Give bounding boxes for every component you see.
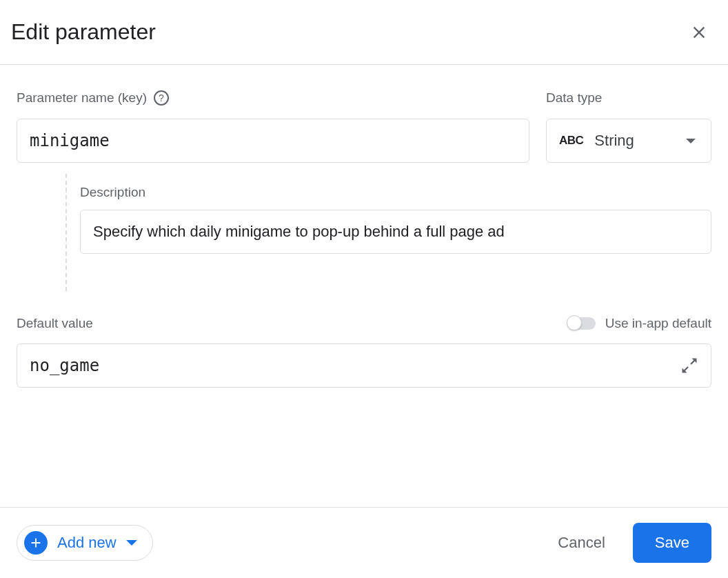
dialog-title: Edit parameter [11, 19, 156, 45]
parameter-name-group: Parameter name (key) ? [17, 90, 529, 163]
name-type-row: Parameter name (key) ? Data type ABC Str… [17, 90, 711, 163]
data-type-label-row: Data type [546, 90, 711, 106]
default-value-input[interactable] [17, 343, 711, 388]
data-type-value: String [594, 132, 675, 150]
footer-actions: Cancel Save [549, 523, 711, 563]
add-new-label: Add new [57, 534, 117, 552]
parameter-name-label: Parameter name (key) [17, 90, 147, 106]
parameter-name-label-row: Parameter name (key) ? [17, 90, 529, 106]
description-label: Description [80, 185, 711, 200]
close-icon[interactable] [689, 23, 709, 42]
data-type-group: Data type ABC String [546, 90, 711, 163]
edit-parameter-dialog: Edit parameter Parameter name (key) ? Da… [0, 0, 728, 578]
default-value-section: Default value Use in-app default [17, 316, 711, 388]
data-type-select[interactable]: ABC String [546, 119, 711, 163]
use-in-app-default-toggle[interactable] [568, 317, 596, 330]
string-type-icon: ABC [559, 134, 583, 148]
description-section: Description [17, 171, 711, 291]
add-new-button[interactable]: Add new [17, 525, 153, 561]
save-button[interactable]: Save [633, 523, 711, 563]
default-value-label: Default value [17, 316, 93, 331]
toggle-knob [567, 315, 582, 330]
help-icon[interactable]: ? [154, 90, 169, 106]
dialog-header: Edit parameter [0, 0, 728, 65]
dialog-footer: Add new Cancel Save [0, 507, 728, 578]
use-in-app-default-label: Use in-app default [605, 316, 711, 331]
default-value-header: Default value Use in-app default [17, 316, 711, 331]
data-type-label: Data type [546, 90, 602, 106]
chevron-down-icon [686, 139, 696, 143]
default-value-input-wrap [17, 343, 711, 388]
use-in-app-default-wrap: Use in-app default [568, 316, 711, 331]
plus-icon [24, 531, 48, 555]
tree-connector [17, 171, 80, 291]
cancel-button[interactable]: Cancel [549, 527, 613, 559]
chevron-down-icon [126, 540, 137, 546]
dialog-body: Parameter name (key) ? Data type ABC Str… [0, 65, 728, 507]
description-content: Description [80, 171, 711, 291]
expand-icon[interactable] [680, 356, 699, 375]
description-input[interactable] [80, 210, 711, 254]
parameter-name-input[interactable] [17, 119, 529, 163]
